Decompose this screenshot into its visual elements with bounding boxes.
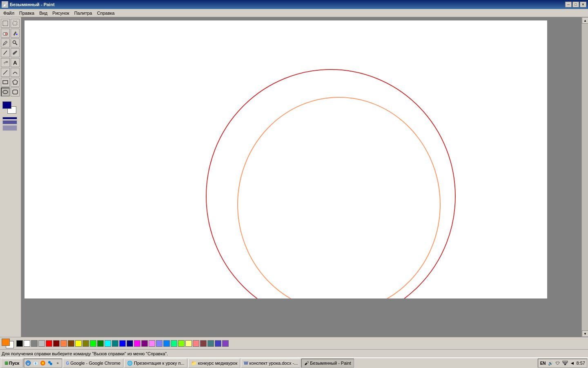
swatch-lime[interactable] [90, 340, 96, 347]
select-free-tool[interactable] [11, 19, 20, 28]
tray-lang[interactable]: EN [540, 360, 546, 366]
tray-network[interactable] [562, 360, 568, 366]
brush-tool[interactable] [11, 48, 20, 57]
quick-more[interactable]: » [54, 360, 61, 366]
swatch-silver[interactable] [38, 340, 45, 347]
svg-point-18 [3, 90, 8, 94]
swatch-magenta[interactable] [134, 340, 140, 347]
swatch-navy[interactable] [127, 340, 133, 347]
taskbar-presentation[interactable]: 🌐 Презентация к уроку п... [124, 359, 187, 368]
paint-canvas[interactable] [24, 20, 547, 298]
swatch-green[interactable] [97, 340, 104, 347]
swatch-cyan[interactable] [105, 340, 111, 347]
fill-tool[interactable] [11, 29, 20, 38]
title-bar: 🖌 Безымянный - Paint ─ □ ✕ [0, 0, 588, 9]
line-tool[interactable] [1, 68, 10, 77]
swatch-gray[interactable] [31, 340, 38, 347]
thickness-3[interactable] [2, 125, 17, 131]
select-rect-tool[interactable] [1, 19, 10, 28]
fg-color-preview[interactable] [2, 339, 10, 346]
fg-color-box[interactable] [2, 101, 11, 109]
tray-security[interactable]: 🛡 [555, 360, 561, 366]
svg-point-20 [206, 70, 455, 298]
swatch-yellow-green[interactable] [178, 340, 185, 347]
pencil-tool[interactable] [1, 48, 10, 57]
scroll-track[interactable] [582, 24, 588, 330]
start-button[interactable]: ⊞ Пуск [1, 359, 23, 368]
palette-bar [0, 337, 588, 349]
taskbar-folder[interactable]: 📁 конкурс медиаурок [188, 359, 241, 368]
swatch-teal2[interactable] [207, 340, 214, 347]
menu-palette[interactable]: Палитра [72, 10, 95, 16]
swatch-violet[interactable] [222, 340, 229, 347]
svg-point-11 [5, 63, 6, 64]
tray-volume[interactable]: 🔊 [547, 360, 554, 366]
curve-tool[interactable] [11, 68, 20, 77]
maximize-button[interactable]: □ [572, 2, 579, 7]
canvas-area[interactable] [24, 20, 547, 298]
swatch-sky[interactable] [163, 340, 170, 347]
swatch-purple[interactable] [141, 340, 148, 347]
taskbar-word[interactable]: W конспект урока.docx -... [241, 359, 301, 368]
folder-label: конкурс медиаурок [198, 361, 238, 366]
menu-help[interactable]: Справка [95, 10, 117, 16]
swatch-black[interactable] [16, 340, 23, 347]
quick-browser2[interactable] [40, 360, 46, 366]
magnify-tool[interactable] [11, 38, 20, 47]
swatch-light-yellow[interactable] [185, 340, 192, 347]
tool-row-3 [1, 38, 20, 47]
taskbar-chrome[interactable]: G Google - Google Chrome [63, 359, 123, 368]
menu-edit[interactable]: Правка [17, 10, 37, 16]
thickness-2[interactable] [2, 120, 17, 124]
airbrush-tool[interactable] [1, 58, 10, 67]
svg-point-21 [238, 97, 440, 298]
swatch-peach[interactable] [193, 340, 199, 347]
quick-ie[interactable]: e [25, 360, 31, 366]
swatch-mint[interactable] [171, 340, 177, 347]
window-title: Безымянный - Paint [10, 2, 55, 7]
swatch-blue[interactable] [119, 340, 126, 347]
swatch-brown[interactable] [68, 340, 74, 347]
taskbar-paint[interactable]: 🖌 Безымянный - Paint [301, 359, 354, 368]
swatch-maroon2[interactable] [200, 340, 207, 347]
quick-msn[interactable] [47, 360, 53, 366]
right-scrollbar[interactable]: ▲ ▼ [581, 17, 588, 337]
tool-row-1 [1, 19, 20, 28]
thickness-1[interactable] [2, 117, 17, 119]
window-controls[interactable]: ─ □ ✕ [565, 2, 586, 7]
text-tool[interactable]: A [11, 58, 20, 67]
chrome-icon: G [66, 361, 69, 366]
eyedropper-tool[interactable] [1, 38, 10, 47]
quick-launch: e 📧 » [24, 359, 62, 368]
swatch-yellow[interactable] [75, 340, 82, 347]
swatch-dark-red[interactable] [53, 340, 60, 347]
svg-point-12 [4, 64, 5, 65]
swatch-teal[interactable] [112, 340, 118, 347]
menu-draw[interactable]: Рисунок [50, 10, 72, 16]
swatch-olive[interactable] [82, 340, 89, 347]
svg-line-4 [3, 45, 4, 45]
scroll-up-button[interactable]: ▲ [582, 17, 588, 24]
swatch-red[interactable] [46, 340, 52, 347]
svg-rect-2 [3, 33, 5, 35]
word-icon: W [244, 361, 248, 366]
minimize-button[interactable]: ─ [565, 2, 572, 7]
quick-email[interactable]: 📧 [32, 360, 39, 366]
swatch-indigo[interactable] [215, 340, 221, 347]
menu-file[interactable]: Файл [1, 10, 17, 16]
rounded-rect-tool[interactable] [11, 88, 20, 96]
poly-tool[interactable] [11, 78, 20, 87]
rect-tool[interactable] [1, 78, 10, 87]
menu-view[interactable]: Вид [37, 10, 50, 16]
swatch-light-blue[interactable] [156, 340, 163, 347]
canvas-container[interactable] [21, 17, 581, 337]
eraser-tool[interactable] [1, 29, 10, 38]
tray-more[interactable]: ◀ [569, 360, 576, 366]
status-text: Для получения справки выберите команду "… [2, 351, 586, 356]
swatch-white[interactable] [24, 340, 30, 347]
swatch-orange[interactable] [60, 340, 67, 347]
ellipse-tool[interactable] [1, 88, 10, 96]
close-button[interactable]: ✕ [580, 2, 586, 7]
swatch-pink[interactable] [149, 340, 155, 347]
scroll-down-button[interactable]: ▼ [582, 330, 588, 337]
